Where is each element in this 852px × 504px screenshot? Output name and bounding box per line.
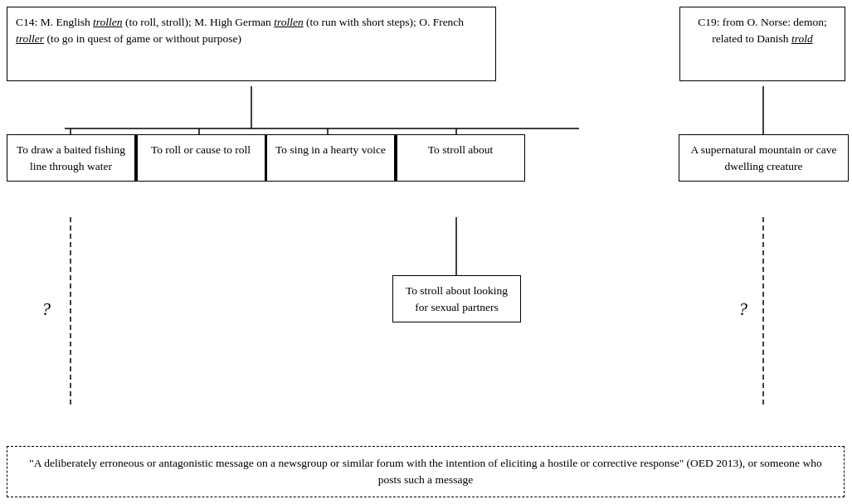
diagram: C14: M. English trollen (to roll, stroll… xyxy=(0,0,852,504)
etym-left-century: C14 xyxy=(16,16,35,28)
etym-left-word3: troller xyxy=(16,32,44,45)
etym-right-word: trold xyxy=(791,32,813,45)
etym-left-word1: trollen xyxy=(93,16,123,28)
etymology-left-box: C14: M. English trollen (to roll, stroll… xyxy=(7,7,496,81)
meaning-box-2: To roll or cause to roll xyxy=(137,134,265,182)
etymology-right-box: C19: from O. Norse: demon; related to Da… xyxy=(679,7,845,81)
etym-left-word2: trollen xyxy=(274,16,304,28)
sub-meaning-1-text: To stroll about looking for sexual partn… xyxy=(406,284,508,313)
meaning-box-5-wrapper: A supernatural mountain or cave dwelling… xyxy=(679,134,849,182)
question-mark-right: ? xyxy=(738,298,747,320)
meaning-box-3: To sing in a hearty voice xyxy=(266,134,395,182)
meaning-3-text: To sing in a hearty voice xyxy=(275,143,386,156)
etym-left-text2-after: (to run with short steps); O. French xyxy=(304,16,464,28)
bottom-definition-box: "A deliberately erroneous or antagonisti… xyxy=(7,446,845,498)
bottom-definition-text: "A deliberately erroneous or antagonisti… xyxy=(29,457,821,486)
meaning-row: To draw a baited fishing line through wa… xyxy=(7,134,525,182)
meaning-box-5: A supernatural mountain or cave dwelling… xyxy=(679,134,849,182)
meaning-box-1: To draw a baited fishing line through wa… xyxy=(7,134,135,182)
meaning-1-text: To draw a baited fishing line through wa… xyxy=(17,143,125,172)
etym-right-century: C19 xyxy=(698,16,717,28)
top-row: C14: M. English trollen (to roll, stroll… xyxy=(7,7,845,81)
meaning-5-text: A supernatural mountain or cave dwelling… xyxy=(690,143,836,172)
etym-left-text-before: : M. English xyxy=(35,16,94,28)
etym-left-text1-after: (to roll, stroll); M. High German xyxy=(123,16,275,28)
meaning-4-text: To stroll about xyxy=(428,143,494,156)
sub-meaning-wrapper: To stroll about looking for sexual partn… xyxy=(392,275,521,322)
sub-meaning-box-1: To stroll about looking for sexual partn… xyxy=(392,275,521,322)
meaning-2-text: To roll or cause to roll xyxy=(151,143,251,156)
etym-left-text3-after: (to go in quest of game or without purpo… xyxy=(44,32,241,45)
meaning-box-4: To stroll about xyxy=(397,134,525,182)
question-mark-left: ? xyxy=(41,298,51,320)
